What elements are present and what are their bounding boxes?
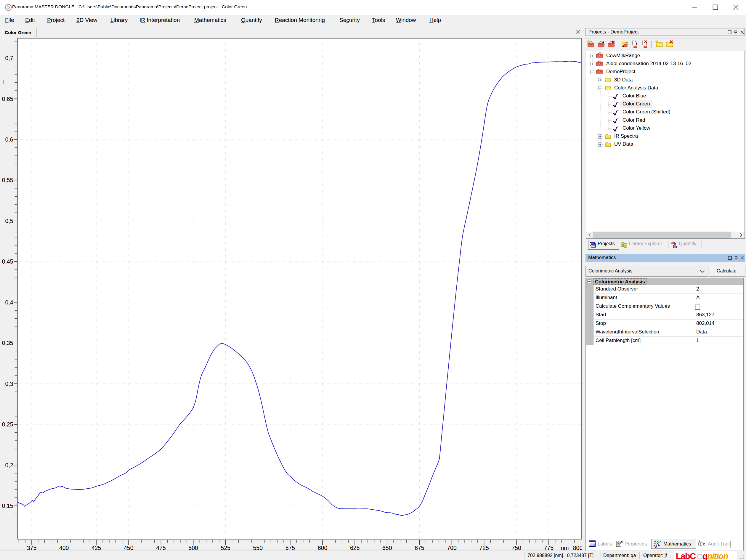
svg-text:0,6: 0,6 [5, 136, 13, 143]
svg-text:0,35: 0,35 [2, 340, 13, 346]
svg-text:0,65: 0,65 [2, 96, 13, 102]
svg-text:0,45: 0,45 [2, 258, 13, 265]
svg-text:0,3: 0,3 [5, 381, 13, 387]
svg-text:0,2: 0,2 [5, 462, 13, 469]
svg-text:T: T [2, 80, 9, 84]
svg-text:0,15: 0,15 [2, 503, 13, 509]
svg-text:0,7: 0,7 [5, 55, 13, 61]
svg-text:0,25: 0,25 [2, 421, 13, 428]
svg-text:0,4: 0,4 [5, 299, 13, 305]
svg-text:0,5: 0,5 [5, 218, 13, 224]
svg-text:Color Green: Color Green [5, 30, 31, 35]
svg-text:0,55: 0,55 [2, 177, 13, 183]
